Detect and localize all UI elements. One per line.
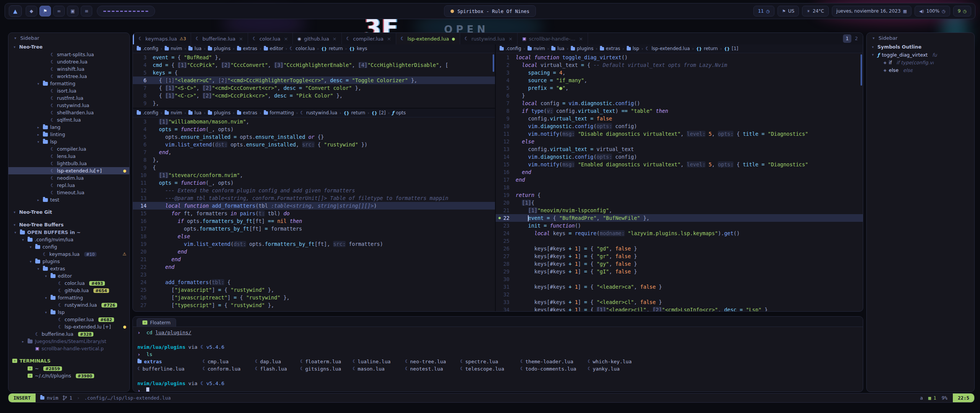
code-line-7[interactable]: 7 end, <box>133 148 495 156</box>
breadcrumb-item[interactable]: {}return <box>321 46 343 51</box>
terminal-ls-item[interactable]: extras <box>137 358 203 365</box>
tree-item-lsp-extended-lu[interactable]: ☾lsp-extended.lu [+]● <box>8 323 129 330</box>
floaterm-tab[interactable]: › Floaterm <box>137 318 176 327</box>
code-line-24[interactable]: 24 local keys = require(modname: "lazyvi… <box>496 229 863 237</box>
breadcrumb-item[interactable]: editor <box>264 46 283 51</box>
tree-item-lang[interactable]: ▸lang <box>8 124 129 131</box>
tree-item-isort-lua[interactable]: ☾isort.lua <box>8 87 129 94</box>
tree-item-worktree-lua[interactable]: ☾worktree.lua <box>8 73 129 80</box>
code-line-11[interactable]: 11 vim.notify(msg: "Disable diagnostics … <box>496 130 863 138</box>
code-line-9[interactable]: 9 config.virtual_text = false <box>496 115 863 122</box>
tree-item-extras[interactable]: ▾extras <box>8 265 129 272</box>
terminal-ls-item[interactable]: ☾mason.lua <box>353 365 405 372</box>
tree-item-timeout-lua[interactable]: ☾timeout.lua <box>8 189 129 196</box>
tree-item-editor[interactable]: ▾editor <box>8 272 129 280</box>
tree-item-smart-splits-lua[interactable]: ☾smart-splits.lua <box>8 51 129 58</box>
outline-item-if[interactable]: ◈ifif type(config.vi <box>867 59 974 66</box>
tree-item-c-n-l-plugins[interactable]: ›~/.c/n/l/plugins#3980 <box>8 372 129 379</box>
breadcrumb-item[interactable]: lua <box>551 46 564 51</box>
code-line-16[interactable]: 16 end <box>496 168 863 176</box>
tree-item-compiler-lua[interactable]: ☾compiler.lua#682 <box>8 316 129 323</box>
code-line-3[interactable]: 3event = { "BufRead" }, <box>133 54 495 61</box>
code-line-17[interactable]: 17end <box>496 176 863 184</box>
code-line-10[interactable]: 10 [1]"stevearc/conform.nvim", <box>133 171 495 179</box>
close-icon[interactable]: × <box>508 36 513 42</box>
close-icon[interactable]: × <box>579 36 583 42</box>
code-line-9[interactable]: 9}, <box>133 99 495 107</box>
tree-item-formatting[interactable]: ▾formatting <box>8 294 129 301</box>
tree-item-config[interactable]: ▾config <box>8 243 129 250</box>
tab-scrollbar-handle[interactable]: ▣scrollbar-handle-…× <box>518 33 588 44</box>
section-header-neo-tree[interactable]: ▾Neo-Tree <box>8 43 129 51</box>
tree-item-winshift-lua[interactable]: ☾winshift.lua <box>8 65 129 73</box>
scrollbar[interactable] <box>493 54 494 72</box>
code-line-5[interactable]: 5keys = { <box>133 69 495 76</box>
terminal-ls-item[interactable]: ☾floaterm.lua <box>300 358 353 365</box>
code-line-2[interactable]: 2 local virtual_text = { -- Default virt… <box>496 61 863 69</box>
status-pill-4[interactable]: jueves, noviembre 16, 2023▦ <box>832 6 911 16</box>
toolbar-button-5[interactable]: ≡ <box>81 6 92 16</box>
code-line-23[interactable]: 23 <box>133 271 495 278</box>
breadcrumb-item[interactable]: extras <box>237 46 258 51</box>
code-line-27[interactable]: 27 ["typescript"] = { "rustywind" }, <box>133 301 495 309</box>
code-line-12[interactable]: 12 --- Extend the conform plugin config … <box>133 187 495 194</box>
code-line-20[interactable]: 20 [1]{ <box>496 199 863 206</box>
code-line-25[interactable]: 25 ["javascript"] = { "rustywind" }, <box>133 286 495 294</box>
tree-item-color-lua[interactable]: ☾color.lua#493 <box>8 280 129 287</box>
launcher-button[interactable]: ▲ <box>9 5 22 17</box>
breadcrumb-item[interactable]: extras <box>600 46 621 51</box>
terminal-ls-item[interactable]: ☾bufferline.lua <box>137 365 203 372</box>
code-line-17[interactable]: 17 opts.formatters_by_ft[ft] = formatter… <box>133 225 495 233</box>
code-line-9[interactable]: 9{ <box>133 164 495 171</box>
status-pill-3[interactable]: ☀24°C <box>802 6 829 16</box>
code-line-30[interactable]: 30 <box>496 275 863 283</box>
terminal-ls-item[interactable]: ☾neo-tree.lua <box>405 358 460 365</box>
tree-item-formatting[interactable]: ▾formatting <box>8 80 129 87</box>
tree-item-github-lua[interactable]: ☾github.lua#654 <box>8 287 129 294</box>
code-line-12[interactable]: 12 else <box>496 138 863 145</box>
terminal-ls-item[interactable]: ☾neotest.lua <box>405 365 460 372</box>
breadcrumb-item[interactable]: {}return <box>696 46 718 51</box>
tree-item-lsp[interactable]: ▾lsp <box>8 138 129 145</box>
breadcrumb-item[interactable]: ☾color.lua <box>289 46 315 51</box>
tree-item-open-buffers-in[interactable]: ▾OPEN BUFFERS in ~ <box>8 229 129 236</box>
code-line-3[interactable]: 3 spacing = 4, <box>496 69 863 76</box>
toolbar-button-3[interactable]: ∞ <box>53 6 65 16</box>
tab-lsp-extended-lua[interactable]: ☾lsp-extended.lua● <box>396 33 460 44</box>
terminal-ls-item[interactable]: ☾dap.lua <box>255 358 300 365</box>
code-line-14[interactable]: 14 vim.diagnostic.config(opts: config) <box>496 153 863 161</box>
code-line-21[interactable]: 21 [1]"neovim/nvim-lspconfig", <box>496 206 863 214</box>
tree-item-lsp-extended-lu[interactable]: ☾lsp-extended.lu[+]● <box>8 167 129 174</box>
breadcrumb-item[interactable]: lua <box>188 46 201 51</box>
terminal-ls-item[interactable]: ☾lualine.lua <box>353 358 405 365</box>
toolbar-button-1[interactable]: ◆ <box>26 6 37 16</box>
code-line-32[interactable]: 32 <box>496 291 863 298</box>
section-header-neo-tree-git[interactable]: ▾Neo-Tree Git <box>8 208 129 216</box>
status-pill-2[interactable]: ⚑US <box>777 6 799 16</box>
terminal-ls-item[interactable]: ☾gitsigns.lua <box>300 365 353 372</box>
code-line-33[interactable]: 33 keys[#keys + 1] = { "<leader>cl", fal… <box>496 298 863 306</box>
code-line-11[interactable]: 11 opts = function(_, opts) <box>133 179 495 187</box>
tree-item-rustfmt-lua[interactable]: ☾rustfmt.lua <box>8 94 129 102</box>
code-area[interactable]: 3 [1]"williamboman/mason.nvim",4 opts = … <box>133 117 495 309</box>
terminal-ls-item[interactable]: ☾conform.lua <box>203 365 255 372</box>
code-line-5[interactable]: 5 opts.ensure_installed = opts.ensure_in… <box>133 133 495 141</box>
code-area[interactable]: 1local function toggle_diag_virtext()2 l… <box>496 53 863 311</box>
outline-item-else[interactable]: ◈elseelse <box>867 66 974 74</box>
symbols-outline-header[interactable]: ▾ Symbols Outline <box>867 43 974 51</box>
tree-item-undotree-lua[interactable]: ☾undotree.lua <box>8 58 129 65</box>
now-playing-widget[interactable]: Spiritbox - Rule Of Nines <box>444 5 536 17</box>
toolbar-button-2[interactable]: ⚑ <box>39 6 51 16</box>
tabpage-2[interactable]: 2 <box>852 34 861 43</box>
breadcrumb-item[interactable]: plugins <box>571 46 593 51</box>
code-line-18[interactable]: 18 else <box>133 233 495 240</box>
terminal-ls-item[interactable]: ☾telescope.lua <box>460 365 520 372</box>
breadcrumb-item[interactable]: .config <box>137 46 158 51</box>
code-line-29[interactable]: 29 keys[#keys + 1] = { "gI", false } <box>496 268 863 275</box>
code-line-28[interactable]: 28 keys[#keys + 1] = { "gy", false } <box>496 260 863 268</box>
tree-item-sqlfmt-lua[interactable]: ☾sqlfmt.lua <box>8 116 129 124</box>
breadcrumb-item[interactable]: {}return <box>343 110 365 115</box>
code-line-20[interactable]: 20 end <box>133 248 495 255</box>
code-line-16[interactable]: 16 if opts.formatters_by_ft[ft] == nil t… <box>133 217 495 225</box>
tree-item-test[interactable]: ▸test <box>8 196 129 203</box>
